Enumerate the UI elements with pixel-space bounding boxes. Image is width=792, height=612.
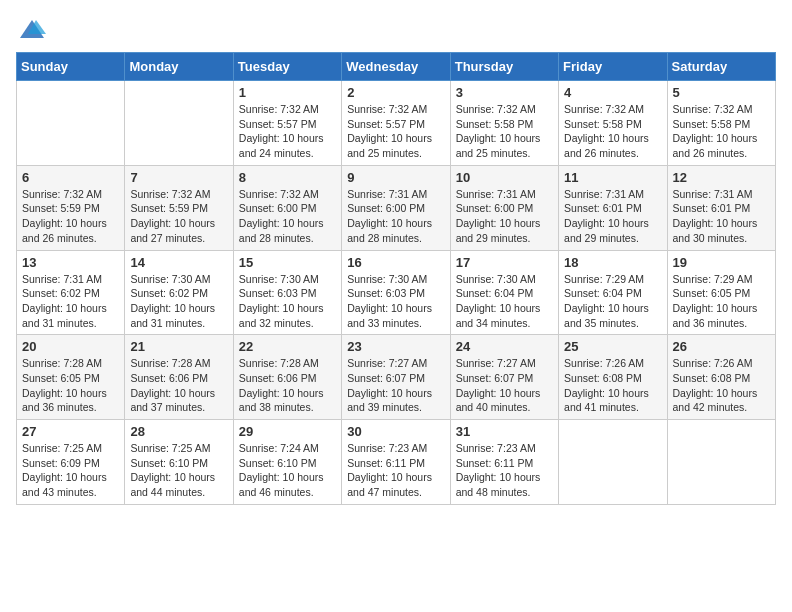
day-info: Sunrise: 7:30 AMSunset: 6:03 PMDaylight:… [347,272,444,331]
day-info: Sunrise: 7:28 AMSunset: 6:06 PMDaylight:… [130,356,227,415]
logo [16,16,46,44]
day-info: Sunrise: 7:25 AMSunset: 6:09 PMDaylight:… [22,441,119,500]
day-number: 21 [130,339,227,354]
day-number: 6 [22,170,119,185]
day-number: 12 [673,170,770,185]
day-info: Sunrise: 7:32 AMSunset: 5:58 PMDaylight:… [456,102,553,161]
calendar-cell: 10Sunrise: 7:31 AMSunset: 6:00 PMDayligh… [450,165,558,250]
day-number: 13 [22,255,119,270]
calendar-cell: 16Sunrise: 7:30 AMSunset: 6:03 PMDayligh… [342,250,450,335]
calendar-cell: 21Sunrise: 7:28 AMSunset: 6:06 PMDayligh… [125,335,233,420]
calendar-cell: 13Sunrise: 7:31 AMSunset: 6:02 PMDayligh… [17,250,125,335]
calendar-cell: 7Sunrise: 7:32 AMSunset: 5:59 PMDaylight… [125,165,233,250]
day-info: Sunrise: 7:32 AMSunset: 5:59 PMDaylight:… [130,187,227,246]
calendar-cell [17,81,125,166]
calendar-cell: 26Sunrise: 7:26 AMSunset: 6:08 PMDayligh… [667,335,775,420]
calendar-cell: 30Sunrise: 7:23 AMSunset: 6:11 PMDayligh… [342,420,450,505]
calendar-week-4: 20Sunrise: 7:28 AMSunset: 6:05 PMDayligh… [17,335,776,420]
calendar-cell: 2Sunrise: 7:32 AMSunset: 5:57 PMDaylight… [342,81,450,166]
day-number: 5 [673,85,770,100]
calendar-header-row: SundayMondayTuesdayWednesdayThursdayFrid… [17,53,776,81]
day-number: 27 [22,424,119,439]
day-info: Sunrise: 7:29 AMSunset: 6:04 PMDaylight:… [564,272,661,331]
calendar-cell: 20Sunrise: 7:28 AMSunset: 6:05 PMDayligh… [17,335,125,420]
calendar-cell: 28Sunrise: 7:25 AMSunset: 6:10 PMDayligh… [125,420,233,505]
day-number: 31 [456,424,553,439]
day-number: 23 [347,339,444,354]
day-info: Sunrise: 7:30 AMSunset: 6:04 PMDaylight:… [456,272,553,331]
day-number: 29 [239,424,336,439]
calendar-cell: 1Sunrise: 7:32 AMSunset: 5:57 PMDaylight… [233,81,341,166]
day-info: Sunrise: 7:32 AMSunset: 5:57 PMDaylight:… [347,102,444,161]
day-info: Sunrise: 7:27 AMSunset: 6:07 PMDaylight:… [456,356,553,415]
day-info: Sunrise: 7:31 AMSunset: 6:00 PMDaylight:… [456,187,553,246]
calendar-header-thursday: Thursday [450,53,558,81]
day-info: Sunrise: 7:23 AMSunset: 6:11 PMDaylight:… [456,441,553,500]
day-number: 20 [22,339,119,354]
calendar-cell [125,81,233,166]
day-number: 15 [239,255,336,270]
day-info: Sunrise: 7:31 AMSunset: 6:01 PMDaylight:… [673,187,770,246]
calendar-week-2: 6Sunrise: 7:32 AMSunset: 5:59 PMDaylight… [17,165,776,250]
day-number: 1 [239,85,336,100]
day-info: Sunrise: 7:31 AMSunset: 6:01 PMDaylight:… [564,187,661,246]
day-number: 30 [347,424,444,439]
day-number: 26 [673,339,770,354]
day-info: Sunrise: 7:30 AMSunset: 6:02 PMDaylight:… [130,272,227,331]
calendar-week-1: 1Sunrise: 7:32 AMSunset: 5:57 PMDaylight… [17,81,776,166]
calendar-cell: 19Sunrise: 7:29 AMSunset: 6:05 PMDayligh… [667,250,775,335]
day-number: 24 [456,339,553,354]
calendar-week-5: 27Sunrise: 7:25 AMSunset: 6:09 PMDayligh… [17,420,776,505]
calendar-cell: 25Sunrise: 7:26 AMSunset: 6:08 PMDayligh… [559,335,667,420]
calendar-cell: 31Sunrise: 7:23 AMSunset: 6:11 PMDayligh… [450,420,558,505]
calendar-cell: 29Sunrise: 7:24 AMSunset: 6:10 PMDayligh… [233,420,341,505]
day-info: Sunrise: 7:32 AMSunset: 5:57 PMDaylight:… [239,102,336,161]
page-header [16,16,776,44]
day-number: 25 [564,339,661,354]
calendar-week-3: 13Sunrise: 7:31 AMSunset: 6:02 PMDayligh… [17,250,776,335]
calendar-header-monday: Monday [125,53,233,81]
day-number: 18 [564,255,661,270]
day-number: 19 [673,255,770,270]
calendar-header-sunday: Sunday [17,53,125,81]
calendar-cell: 12Sunrise: 7:31 AMSunset: 6:01 PMDayligh… [667,165,775,250]
calendar-cell: 6Sunrise: 7:32 AMSunset: 5:59 PMDaylight… [17,165,125,250]
day-info: Sunrise: 7:31 AMSunset: 6:02 PMDaylight:… [22,272,119,331]
day-info: Sunrise: 7:26 AMSunset: 6:08 PMDaylight:… [564,356,661,415]
day-info: Sunrise: 7:30 AMSunset: 6:03 PMDaylight:… [239,272,336,331]
calendar-cell: 22Sunrise: 7:28 AMSunset: 6:06 PMDayligh… [233,335,341,420]
day-number: 2 [347,85,444,100]
day-info: Sunrise: 7:28 AMSunset: 6:05 PMDaylight:… [22,356,119,415]
calendar-header-friday: Friday [559,53,667,81]
calendar-cell: 15Sunrise: 7:30 AMSunset: 6:03 PMDayligh… [233,250,341,335]
calendar: SundayMondayTuesdayWednesdayThursdayFrid… [16,52,776,505]
day-info: Sunrise: 7:32 AMSunset: 5:58 PMDaylight:… [673,102,770,161]
day-info: Sunrise: 7:31 AMSunset: 6:00 PMDaylight:… [347,187,444,246]
calendar-cell: 8Sunrise: 7:32 AMSunset: 6:00 PMDaylight… [233,165,341,250]
calendar-cell [559,420,667,505]
day-info: Sunrise: 7:24 AMSunset: 6:10 PMDaylight:… [239,441,336,500]
calendar-cell: 17Sunrise: 7:30 AMSunset: 6:04 PMDayligh… [450,250,558,335]
day-info: Sunrise: 7:32 AMSunset: 6:00 PMDaylight:… [239,187,336,246]
day-number: 16 [347,255,444,270]
day-number: 28 [130,424,227,439]
day-number: 9 [347,170,444,185]
day-info: Sunrise: 7:26 AMSunset: 6:08 PMDaylight:… [673,356,770,415]
calendar-cell: 4Sunrise: 7:32 AMSunset: 5:58 PMDaylight… [559,81,667,166]
calendar-cell: 11Sunrise: 7:31 AMSunset: 6:01 PMDayligh… [559,165,667,250]
calendar-cell: 3Sunrise: 7:32 AMSunset: 5:58 PMDaylight… [450,81,558,166]
calendar-cell: 18Sunrise: 7:29 AMSunset: 6:04 PMDayligh… [559,250,667,335]
day-number: 14 [130,255,227,270]
day-number: 11 [564,170,661,185]
logo-icon [18,16,46,44]
calendar-cell: 27Sunrise: 7:25 AMSunset: 6:09 PMDayligh… [17,420,125,505]
calendar-cell: 14Sunrise: 7:30 AMSunset: 6:02 PMDayligh… [125,250,233,335]
calendar-cell: 24Sunrise: 7:27 AMSunset: 6:07 PMDayligh… [450,335,558,420]
day-info: Sunrise: 7:25 AMSunset: 6:10 PMDaylight:… [130,441,227,500]
day-info: Sunrise: 7:32 AMSunset: 5:58 PMDaylight:… [564,102,661,161]
day-number: 4 [564,85,661,100]
day-number: 3 [456,85,553,100]
calendar-header-tuesday: Tuesday [233,53,341,81]
day-info: Sunrise: 7:23 AMSunset: 6:11 PMDaylight:… [347,441,444,500]
day-number: 8 [239,170,336,185]
